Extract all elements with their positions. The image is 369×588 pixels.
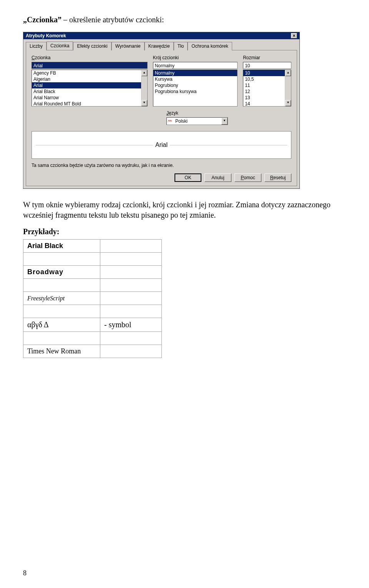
list-item[interactable]: 11 [243,82,291,88]
spellcheck-icon: ᴬᴮᶜ [167,119,174,123]
table-row [23,253,162,266]
scroll-up-icon[interactable]: ▲ [285,70,291,76]
example-cell [23,332,100,345]
list-item[interactable]: 14 [243,101,291,107]
list-item[interactable]: Agency FB [32,70,147,76]
heading: „Czcionka” – określenie atrybutów czcion… [23,15,346,24]
list-item[interactable]: Arial [32,82,147,88]
scroll-down-icon[interactable]: ▼ [141,100,147,106]
preview-text: Arial [153,142,170,148]
example-cell [23,279,100,292]
dialog-screenshot: Atrybuty Komorek × Liczby Czcionka Efekt… [23,32,346,189]
table-row: αβγδ Δ - symbol [23,318,162,332]
table-row [23,305,162,318]
example-cell [100,240,162,253]
example-symbol: αβγδ Δ [23,318,100,332]
cell-attributes-dialog: Atrybuty Komorek × Liczby Czcionka Efekt… [23,32,300,189]
table-row: Times New Roman [23,345,162,358]
examples-table: Arial Black Broadway FreestyleScript αβγ… [23,239,162,358]
button-row: OK Anuluj Pomoc Resetuj [32,173,291,182]
heading-rest: – określenie atrybutów czcionki: [62,15,164,24]
font-listbox[interactable]: Agency FB Algerian Arial Arial Black Ari… [32,70,148,107]
style-input[interactable]: Normalny [153,62,238,69]
reset-button[interactable]: Resetuj [264,173,291,182]
list-item[interactable]: Arial Black [32,88,147,95]
help-button[interactable]: Pomoc [234,173,261,182]
style-column: Krój czcionki Normalny Normalny Kursywa … [153,55,238,107]
tab-background[interactable]: Tło [174,42,188,50]
list-item[interactable]: Pogrubiona kursywa [153,88,238,95]
language-label: Język [166,110,228,116]
example-cell [100,253,162,266]
tabs: Liczby Czcionka Efekty czcionki Wyrównan… [23,39,299,50]
font-column: Czcionka Arial Agency FB Algerian Arial … [32,55,148,107]
list-item[interactable]: 10 [243,70,291,76]
table-row: Broadway [23,266,162,279]
language-column: Język ᴬᴮᶜ Polski ▼ [166,110,228,125]
list-item[interactable]: Arial Narrow [32,95,147,101]
dialog-title: Atrybuty Komorek [26,33,66,38]
table-row [23,332,162,345]
language-combo[interactable]: ᴬᴮᶜ Polski ▼ [166,117,228,125]
size-input[interactable]: 10 [243,62,291,69]
ok-button[interactable]: OK [175,173,201,182]
tab-numbers[interactable]: Liczby [26,42,47,50]
scroll-up-icon[interactable]: ▲ [141,70,147,76]
list-item[interactable]: Arial Rounded MT Bold [32,101,147,107]
list-item[interactable]: 12 [243,88,291,95]
tab-font[interactable]: Czcionka [47,42,73,50]
table-row [23,279,162,292]
chevron-down-icon[interactable]: ▼ [221,118,228,125]
scroll-down-icon[interactable]: ▼ [285,100,291,106]
example-symbol-note: - symbol [100,318,162,332]
tab-borders[interactable]: Krawędzie [145,42,174,50]
dialog-titlebar: Atrybuty Komorek × [23,32,299,39]
list-item[interactable]: Normalny [153,70,238,76]
style-listbox[interactable]: Normalny Kursywa Pogrubiony Pogrubiona k… [153,70,238,107]
example-cell [23,253,100,266]
table-row: FreestyleScript [23,292,162,305]
example-cell [100,279,162,292]
example-broadway: Broadway [23,266,100,279]
font-label: Czcionka [32,55,148,60]
example-cell [100,345,162,358]
size-listbox[interactable]: 10 10,5 11 12 13 14 15 ▲ ▼ [243,70,291,107]
size-label: Rozmiar [243,55,291,60]
tab-alignment[interactable]: Wyrównanie [111,42,145,50]
list-item[interactable]: Algerian [32,76,147,82]
tab-panel: Czcionka Arial Agency FB Algerian Arial … [26,50,297,186]
table-row: Arial Black [23,240,162,253]
example-freestyle: FreestyleScript [23,292,100,305]
example-cell [100,292,162,305]
examples-heading: Przykłady: [23,227,346,236]
example-cell [100,332,162,345]
close-icon[interactable]: × [291,33,297,38]
heading-term: „Czcionka” [23,15,62,24]
list-item[interactable]: Pogrubiony [153,82,238,88]
tab-font-effects[interactable]: Efekty czcionki [73,42,111,50]
scrollbar[interactable]: ▲ ▼ [285,70,291,106]
style-label: Krój czcionki [153,55,238,60]
example-times: Times New Roman [23,345,100,358]
example-cell [100,266,162,279]
example-cell [23,305,100,318]
example-cell [100,305,162,318]
example-arial-black: Arial Black [23,240,100,253]
font-preview: Arial [32,131,291,159]
list-item[interactable]: 10,5 [243,76,291,82]
size-column: Rozmiar 10 10 10,5 11 12 13 14 15 ▲ ▼ [243,55,291,107]
font-input[interactable]: Arial [32,62,148,69]
language-value: Polski [174,118,221,124]
hint-text: Ta sama czcionka będzie użyta zarówno na… [32,163,291,168]
scrollbar[interactable]: ▲ ▼ [141,70,147,106]
tab-cell-protection[interactable]: Ochrona komórek [188,42,232,50]
cancel-button[interactable]: Anuluj [204,173,231,182]
paragraph-body: W tym oknie wybieramy rodzaj czcionki, k… [23,200,346,220]
list-item[interactable]: 13 [243,95,291,101]
list-item[interactable]: Kursywa [153,76,238,82]
